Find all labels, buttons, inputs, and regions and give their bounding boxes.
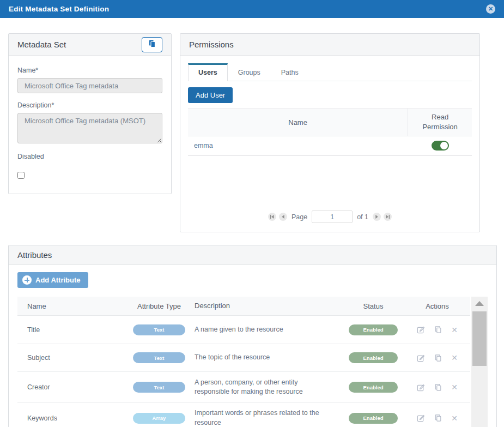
status-badge: Enabled [349, 352, 398, 363]
column-header-description: Description [195, 301, 342, 311]
attribute-type-badge: Array [133, 413, 185, 424]
metadata-set-header: Metadata Set [9, 34, 171, 56]
attributes-panel: Attributes Add Attribute Name Attribute … [8, 245, 497, 427]
attributes-table: Name Attribute Type Description Status A… [17, 297, 470, 427]
tab-paths[interactable]: Paths [271, 63, 309, 81]
permissions-title: Permissions [189, 40, 234, 49]
table-row: emma [188, 136, 472, 155]
attributes-header: Attributes [9, 245, 496, 265]
permissions-panel: Permissions Users Groups Paths Add User … [180, 33, 480, 232]
add-attribute-label: Add Attribute [35, 276, 81, 284]
permissions-tabs: Users Groups Paths [188, 63, 472, 81]
copy-metadata-set-button[interactable] [142, 37, 162, 52]
column-header-name: Name [17, 302, 124, 310]
status-badge: Enabled [349, 382, 398, 393]
attribute-description: The topic of the resource [195, 353, 342, 363]
dialog-content: Metadata Set Name* Description* Microsof… [0, 18, 504, 427]
description-label: Description* [17, 101, 162, 109]
add-user-button[interactable]: Add User [188, 87, 233, 103]
copy-icon[interactable] [434, 326, 442, 334]
copy-icon[interactable] [434, 414, 442, 422]
attribute-type-badge: Text [133, 324, 185, 335]
next-page-icon[interactable] [373, 213, 381, 221]
plus-icon [22, 275, 32, 285]
attribute-description: A person, company, or other entity respo… [195, 378, 342, 397]
table-row: Creator Text A person, company, or other… [17, 372, 470, 403]
attribute-type-badge: Text [133, 352, 185, 363]
attribute-name: Title [17, 326, 124, 334]
attributes-scrollbar[interactable] [471, 297, 488, 427]
name-label: Name* [17, 67, 162, 74]
column-header-attribute-type: Attribute Type [124, 302, 195, 310]
attribute-name: Keywords [17, 414, 124, 422]
permissions-table-header: Name Read Permission [188, 109, 472, 136]
page-number-input[interactable] [312, 211, 353, 223]
table-row: Title Text A name given to the resource … [17, 316, 470, 344]
metadata-set-panel: Metadata Set Name* Description* Microsof… [8, 33, 172, 194]
edit-icon[interactable] [417, 414, 425, 422]
edit-icon[interactable] [417, 354, 425, 362]
page-label: Page [292, 213, 307, 221]
attribute-name: Creator [17, 383, 124, 391]
attribute-description: A name given to the resource [195, 325, 342, 335]
dialog-titlebar: Edit Metadata Set Definition ✕ [0, 0, 504, 18]
attributes-title: Attributes [17, 250, 52, 260]
edit-icon[interactable] [417, 383, 425, 392]
column-header-status: Status [342, 302, 404, 310]
description-field[interactable]: Microsoft Office Tag metadata (MSOT) [17, 113, 162, 143]
page-count-label: of 1 [357, 213, 368, 221]
toggle-knob [440, 142, 448, 149]
column-header-actions: Actions [404, 302, 470, 310]
first-page-icon[interactable] [268, 213, 276, 221]
attribute-name: Subject [17, 354, 124, 362]
close-icon[interactable]: ✕ [486, 4, 495, 14]
copy-icon [148, 39, 156, 50]
status-badge: Enabled [349, 413, 398, 424]
delete-icon[interactable]: ✕ [451, 326, 458, 334]
add-attribute-button[interactable]: Add Attribute [17, 272, 88, 288]
attribute-description: Important words or phrases related to th… [195, 408, 342, 427]
scroll-up-icon[interactable] [475, 301, 484, 306]
delete-icon[interactable]: ✕ [451, 414, 458, 423]
disabled-checkbox[interactable] [17, 172, 25, 179]
status-badge: Enabled [349, 324, 398, 335]
delete-icon[interactable]: ✕ [451, 353, 458, 362]
column-header-name: Name [188, 109, 408, 136]
previous-page-icon[interactable] [279, 213, 287, 221]
copy-icon[interactable] [434, 354, 442, 362]
permissions-header: Permissions [180, 34, 479, 56]
permissions-table: Name Read Permission emma [188, 108, 472, 156]
disabled-label: Disabled [17, 153, 162, 160]
attribute-type-badge: Text [133, 382, 185, 393]
dialog-title: Edit Metadata Set Definition [9, 5, 109, 13]
name-field[interactable] [17, 78, 162, 93]
edit-icon[interactable] [417, 326, 425, 334]
metadata-set-title: Metadata Set [17, 40, 66, 49]
copy-icon[interactable] [434, 383, 442, 392]
table-row: Subject Text The topic of the resource E… [17, 344, 470, 372]
attributes-table-header: Name Attribute Type Description Status A… [17, 297, 470, 316]
last-page-icon[interactable] [384, 213, 392, 221]
tab-users[interactable]: Users [188, 63, 228, 81]
read-permission-toggle[interactable] [432, 141, 449, 151]
delete-icon[interactable]: ✕ [451, 383, 458, 392]
table-row: Keywords Array Important words or phrase… [17, 403, 470, 427]
tab-groups[interactable]: Groups [228, 63, 271, 81]
pagination: Page of 1 [188, 211, 472, 226]
user-name: emma [188, 142, 408, 149]
column-header-read-permission: Read Permission [408, 109, 472, 136]
scrollbar-thumb[interactable] [472, 311, 487, 366]
